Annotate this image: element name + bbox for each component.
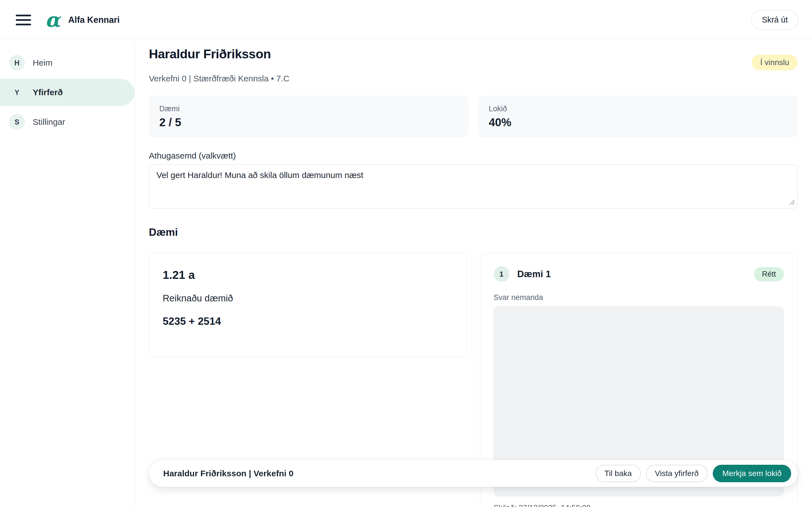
stat-label: Lokið (489, 105, 788, 113)
stat-card-lokid: Lokið 40% (478, 96, 798, 137)
mark-complete-button[interactable]: Merkja sem lokið (713, 465, 791, 482)
save-review-button[interactable]: Vista yfirferð (646, 465, 708, 482)
stat-value: 40% (489, 116, 788, 129)
status-badge: Í vinnslu (752, 55, 798, 70)
page-title: Haraldur Friðriksson (149, 46, 271, 62)
review-header: 1 Dæmi 1 Rétt (494, 266, 784, 282)
sidebar-item-heim[interactable]: H Heim (0, 49, 135, 76)
student-answer-label: Svar nemanda (494, 293, 784, 302)
menu-icon[interactable] (16, 15, 31, 25)
exercise-instruction: Reiknaðu dæmið (163, 293, 453, 304)
breadcrumb-subtitle: Verkefni 0 | Stærðfræði Kennsla • 7.C (149, 74, 798, 83)
comment-input[interactable]: Vel gert Haraldur! Muna að skila öllum d… (149, 165, 798, 209)
action-bar: Haraldur Friðriksson | Verkefni 0 Til ba… (149, 460, 798, 487)
sidebar-item-label: Yfirferð (33, 88, 63, 97)
result-badge: Rétt (754, 267, 784, 281)
main-content: Haraldur Friðriksson Í vinnslu Verkefni … (135, 0, 812, 507)
stat-label: Dæmi (159, 105, 458, 113)
exercise-card: 1.21 a Reiknaðu dæmið 5235 + 2514 (149, 253, 467, 357)
stats-row: Dæmi 2 / 5 Lokið 40% (149, 96, 798, 137)
top-bar: α Alfa Kennari Skrá út (0, 0, 812, 40)
title-row: Haraldur Friðriksson Í vinnslu (149, 46, 798, 70)
stat-value: 2 / 5 (159, 116, 458, 129)
sidebar-item-stillingar[interactable]: S Stillingar (0, 108, 135, 135)
brand-logo-alpha-icon: α (45, 10, 60, 30)
sidebar-item-label: Heim (33, 58, 52, 68)
logout-button[interactable]: Skrá út (751, 10, 799, 30)
comment-field-wrap: Vel gert Haraldur! Muna að skila öllum d… (149, 165, 798, 209)
exercise-expression: 5235 + 2514 (163, 316, 453, 327)
section-title-daemi: Dæmi (149, 226, 798, 238)
stillingar-initial-badge: S (9, 114, 25, 130)
heim-initial-badge: H (9, 55, 25, 71)
brand-name: Alfa Kennari (68, 15, 120, 25)
back-button[interactable]: Til baka (596, 465, 641, 482)
exercise-number-badge: 1 (494, 266, 509, 282)
sidebar: H Heim Y Yfirferð S Stillingar (0, 40, 135, 507)
review-title: Dæmi 1 (517, 269, 551, 279)
comment-label: Athugasemd (valkvætt) (149, 151, 798, 161)
stat-card-daemi: Dæmi 2 / 5 (149, 96, 468, 137)
sidebar-item-yfirferd[interactable]: Y Yfirferð (0, 79, 135, 106)
sidebar-item-label: Stillingar (33, 117, 65, 127)
exercise-code: 1.21 a (163, 269, 453, 282)
yfirferd-initial-badge: Y (9, 84, 25, 100)
action-bar-context: Haraldur Friðriksson | Verkefni 0 (163, 469, 294, 478)
submitted-timestamp: Skilað: 27/12/2025, 14:59:09 (494, 504, 784, 507)
